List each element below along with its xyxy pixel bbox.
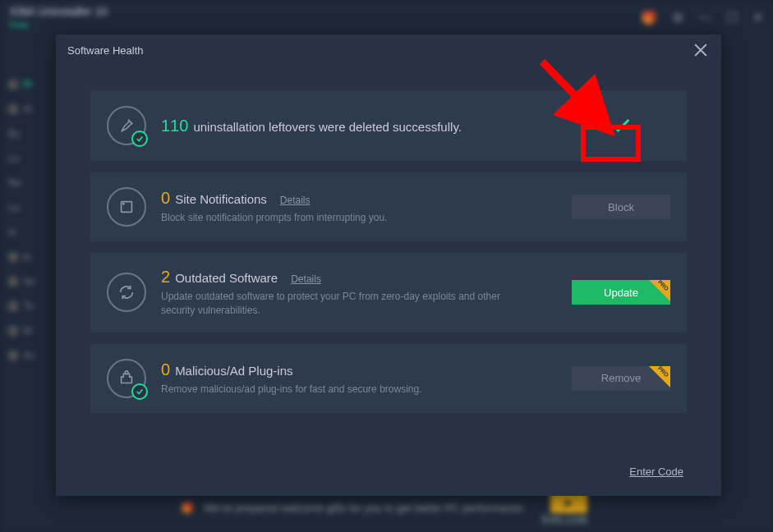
pro-ribbon xyxy=(649,280,670,301)
card-text: 2 Outdated Software Details Update outda… xyxy=(161,268,557,318)
check-badge-icon xyxy=(131,131,148,147)
check-icon xyxy=(610,114,633,137)
minimize-icon: — xyxy=(698,10,711,25)
notifications-desc: Block site notification prompts from int… xyxy=(161,211,522,225)
app-title: IObit Uninstaller 10 xyxy=(10,5,108,18)
software-health-modal: Software Health 110 uninstallation lefto… xyxy=(56,34,721,496)
leftovers-count: 110 xyxy=(161,117,188,135)
success-check xyxy=(572,113,670,138)
block-button[interactable]: Block xyxy=(572,195,670,219)
plugins-count: 0 xyxy=(161,360,170,379)
settings-icon: ⚙ xyxy=(672,10,683,25)
plugins-desc: Remove malicious/ad plug-ins for fast an… xyxy=(161,383,522,397)
refresh-icon xyxy=(107,273,146,312)
card-outdated-software: 2 Outdated Software Details Update outda… xyxy=(90,253,687,332)
svg-point-1 xyxy=(123,204,124,204)
outdated-desc: Update outdated software to protect your… xyxy=(161,290,522,318)
leftovers-label: uninstallation leftovers were deleted su… xyxy=(193,120,462,134)
card-leftovers: 110 uninstallation leftovers were delete… xyxy=(90,90,687,161)
close-icon xyxy=(692,41,710,59)
notifications-label: Site Notifications xyxy=(175,192,267,206)
edition-label: Free xyxy=(10,20,108,30)
maximize-icon: ☐ xyxy=(726,10,738,25)
pro-ribbon xyxy=(649,366,670,388)
gift-icon: 🎁 xyxy=(641,10,657,25)
outdated-count: 2 xyxy=(161,268,170,287)
sidebar: Pr Al Bu Lo Re La In In So To W Ac xyxy=(0,39,58,532)
card-malicious-plugins: 0 Malicious/Ad Plug-ins Remove malicious… xyxy=(90,344,687,413)
welcome-banner: 🎁 We've prepared welcome gifts for you t… xyxy=(181,491,757,524)
window-controls: 🎁 ⚙ — ☐ ✕ xyxy=(641,10,763,25)
details-link[interactable]: Details xyxy=(280,195,311,206)
modal-footer: Enter Code xyxy=(56,456,721,496)
svg-point-2 xyxy=(125,370,128,374)
card-site-notifications: 0 Site Notifications Details Block site … xyxy=(90,172,687,241)
close-button[interactable] xyxy=(692,41,710,59)
outdated-label: Outdated Software xyxy=(175,271,278,285)
details-link[interactable]: Details xyxy=(291,273,321,285)
modal-body: 110 uninstallation leftovers were delete… xyxy=(56,66,721,456)
notifications-count: 0 xyxy=(161,189,170,208)
close-window-icon: ✕ xyxy=(752,10,763,25)
plugin-icon xyxy=(107,359,146,398)
card-text: 110 uninstallation leftovers were delete… xyxy=(161,117,557,135)
modal-header: Software Health xyxy=(56,34,721,66)
browser-icon xyxy=(107,187,146,227)
modal-title: Software Health xyxy=(67,44,144,57)
enter-code-link[interactable]: Enter Code xyxy=(629,466,683,478)
remove-button[interactable]: Remove xyxy=(572,366,670,391)
broom-icon xyxy=(107,106,146,145)
update-button[interactable]: Update xyxy=(572,280,670,305)
plugins-label: Malicious/Ad Plug-ins xyxy=(175,364,292,378)
check-badge-icon xyxy=(131,383,148,400)
card-text: 0 Site Notifications Details Block site … xyxy=(161,189,557,225)
card-text: 0 Malicious/Ad Plug-ins Remove malicious… xyxy=(161,360,557,397)
